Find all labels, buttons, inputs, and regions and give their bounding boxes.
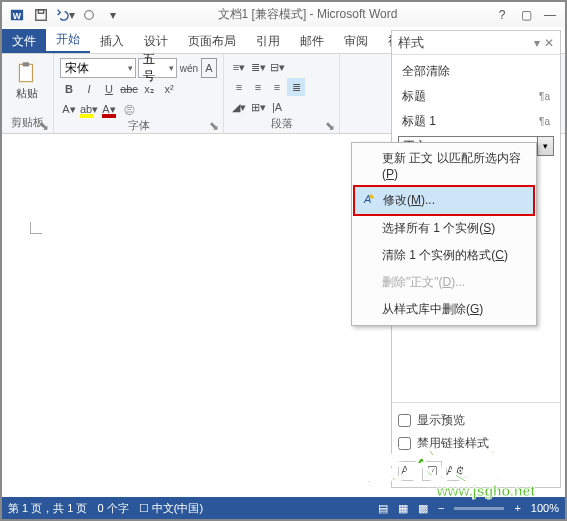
font-color-button[interactable]: A▾: [100, 100, 118, 118]
group-label: 字体: [60, 118, 217, 135]
status-words[interactable]: 0 个字: [97, 501, 128, 516]
zoom-in-icon[interactable]: +: [514, 502, 520, 514]
status-lang[interactable]: ☐ 中文(中国): [139, 501, 203, 516]
word-icon: W: [6, 5, 28, 25]
group-label: 段落: [230, 116, 333, 133]
view-read-icon[interactable]: ▤: [378, 502, 388, 515]
page-corner-mark: [30, 222, 42, 234]
window-title: 文档1 [兼容模式] - Microsoft Word: [124, 6, 491, 23]
menu-select-all[interactable]: 选择所有 1 个实例(S): [354, 215, 534, 242]
style-heading[interactable]: 标题¶a: [394, 84, 558, 109]
font-name-combo[interactable]: 宋体: [60, 58, 136, 78]
style-clear-all[interactable]: 全部清除: [394, 59, 558, 84]
highlight-button[interactable]: ab▾: [80, 100, 98, 118]
char-border-icon[interactable]: A: [201, 58, 217, 78]
style-heading1[interactable]: 标题 1¶a: [394, 109, 558, 134]
strike-button[interactable]: abc: [120, 80, 138, 98]
qat-more-icon[interactable]: ▾: [102, 5, 124, 25]
paste-button[interactable]: 粘贴: [8, 58, 46, 102]
tab-layout[interactable]: 页面布局: [178, 29, 246, 53]
show-preview-checkbox[interactable]: 显示预览: [398, 409, 554, 432]
modify-icon: A: [361, 191, 377, 207]
italic-button[interactable]: I: [80, 80, 98, 98]
multilevel-button[interactable]: ⊟▾: [268, 58, 286, 76]
minimize-icon[interactable]: —: [539, 5, 561, 25]
border-button[interactable]: ⊞▾: [249, 98, 267, 116]
numbering-button[interactable]: ≣▾: [249, 58, 267, 76]
new-style-icon[interactable]: A⁺: [398, 461, 418, 481]
font-size-combo[interactable]: 五号: [138, 58, 177, 78]
view-print-icon[interactable]: ▦: [398, 502, 408, 515]
tab-mail[interactable]: 邮件: [290, 29, 334, 53]
style-inspector-icon[interactable]: ☑: [422, 461, 442, 481]
dialog-launcher-icon[interactable]: ⬊: [209, 119, 221, 131]
tab-review[interactable]: 审阅: [334, 29, 378, 53]
svg-rect-3: [38, 9, 43, 13]
pane-dropdown-icon[interactable]: ▾: [534, 36, 540, 50]
svg-rect-6: [23, 62, 30, 66]
view-web-icon[interactable]: ▩: [418, 502, 428, 515]
status-page[interactable]: 第 1 页，共 1 页: [8, 501, 87, 516]
save-icon[interactable]: [30, 5, 52, 25]
bullets-button[interactable]: ≡▾: [230, 58, 248, 76]
zoom-out-icon[interactable]: −: [438, 502, 444, 514]
svg-text:W: W: [13, 10, 22, 20]
align-right-button[interactable]: ≡: [268, 78, 286, 96]
menu-delete-body: 删除"正文"(D)...: [354, 269, 534, 296]
tab-insert[interactable]: 插入: [90, 29, 134, 53]
align-left-button[interactable]: ≡: [230, 78, 248, 96]
dialog-launcher-icon[interactable]: ⬊: [325, 119, 337, 131]
manage-styles-icon[interactable]: A⚙: [446, 461, 466, 481]
text-effects-button[interactable]: A▾: [60, 100, 78, 118]
phonetic-icon[interactable]: wén: [179, 58, 199, 78]
disable-linked-checkbox[interactable]: 禁用链接样式: [398, 432, 554, 455]
zoom-level[interactable]: 100%: [531, 502, 559, 514]
underline-button[interactable]: U: [100, 80, 118, 98]
superscript-button[interactable]: x²: [160, 80, 178, 98]
ribbon-toggle-icon[interactable]: ▢: [515, 5, 537, 25]
tab-home[interactable]: 开始: [46, 27, 90, 53]
menu-modify[interactable]: A 修改(M)...: [353, 185, 535, 216]
dialog-launcher-icon[interactable]: ⬊: [39, 119, 51, 131]
svg-rect-2: [36, 9, 47, 20]
undo-icon[interactable]: ▾: [54, 5, 76, 25]
bold-button[interactable]: B: [60, 80, 78, 98]
menu-remove-from-gallery[interactable]: 从样式库中删除(G): [354, 296, 534, 323]
svg-rect-5: [19, 64, 32, 81]
zoom-slider[interactable]: [454, 507, 504, 510]
group-clipboard: 粘贴 剪贴板 ⬊: [2, 54, 54, 133]
group-font: 宋体 五号 wén A B I U abc x₂ x² A▾ ab▾ A▾ ㊂ …: [54, 54, 224, 133]
tab-file[interactable]: 文件: [2, 29, 46, 53]
svg-point-4: [85, 10, 94, 19]
help-icon[interactable]: ?: [491, 5, 513, 25]
shading-button[interactable]: ◢▾: [230, 98, 248, 116]
tab-design[interactable]: 设计: [134, 29, 178, 53]
document-area[interactable]: [8, 152, 385, 493]
menu-update-to-match[interactable]: 更新 正文 以匹配所选内容(P): [354, 145, 534, 186]
sort-button[interactable]: ׂ|A: [268, 98, 286, 116]
style-context-menu: 更新 正文 以匹配所选内容(P) A 修改(M)... 选择所有 1 个实例(S…: [351, 142, 537, 326]
svg-text:A: A: [363, 193, 371, 205]
enclose-char-button[interactable]: ㊂: [120, 100, 138, 118]
status-bar: 第 1 页，共 1 页 0 个字 ☐ 中文(中国) ▤ ▦ ▩ − + 100%: [2, 497, 565, 519]
redo-icon[interactable]: [78, 5, 100, 25]
pane-close-icon[interactable]: ✕: [544, 36, 554, 50]
justify-button[interactable]: ≣: [287, 78, 305, 96]
tab-references[interactable]: 引用: [246, 29, 290, 53]
dropdown-icon[interactable]: ▾: [537, 137, 553, 155]
menu-clear-format[interactable]: 清除 1 个实例的格式(C): [354, 242, 534, 269]
align-center-button[interactable]: ≡: [249, 78, 267, 96]
pane-title: 样式: [398, 34, 424, 52]
group-paragraph: ≡▾ ≣▾ ⊟▾ ≡ ≡ ≡ ≣ ◢▾ ⊞▾ ׂ|A 段落 ⬊: [224, 54, 340, 133]
